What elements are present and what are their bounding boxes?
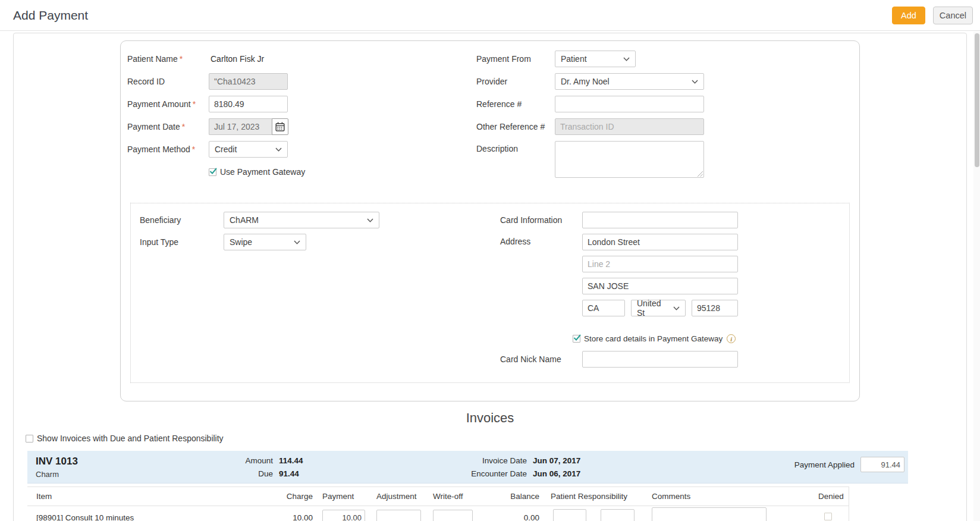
calendar-button[interactable]: [272, 118, 288, 135]
payment-date-row: Payment Date*: [127, 118, 476, 135]
card-details-section: Beneficiary ChARM Input Type Swipe C: [130, 203, 850, 383]
card-information-label: Card Information: [500, 215, 582, 225]
item-comments-input[interactable]: [652, 507, 767, 521]
address-city-input[interactable]: [582, 278, 738, 294]
other-reference-row: Other Reference #: [476, 118, 859, 135]
payment-amount-row: Payment Amount*: [127, 96, 476, 112]
calendar-icon: [275, 122, 285, 131]
required-asterisk: *: [192, 145, 195, 154]
item-balance: 0.00: [473, 513, 539, 521]
chevron-down-icon: [294, 240, 300, 244]
card-nick-name-input[interactable]: [582, 351, 738, 368]
check-icon: [573, 334, 581, 341]
item-writeoff-input[interactable]: [433, 510, 473, 521]
store-card-label: Store card details in Payment Gateway: [584, 334, 723, 343]
use-payment-gateway-label: Use Payment Gateway: [220, 167, 305, 177]
encounter-date-value: Jun 06, 2017: [533, 469, 580, 478]
description-label: Description: [476, 141, 555, 153]
col-writeoff: Write-off: [433, 492, 473, 501]
payment-date-group: [209, 118, 288, 135]
payment-applied-input[interactable]: [860, 457, 904, 472]
address-country-select[interactable]: United St: [631, 300, 686, 316]
beneficiary-select[interactable]: ChARM: [224, 212, 379, 228]
address-state-input[interactable]: [582, 300, 625, 316]
encounter-date-label: Encounter Date: [467, 469, 527, 478]
col-patient-responsibility: Patient Responsibility: [539, 492, 635, 501]
use-gateway-row: Use Payment Gateway: [127, 164, 476, 180]
input-type-row: Input Type Swipe: [140, 234, 500, 250]
invoice-block: INV 1013 Charm Amount114.44 Due91.44 Inv…: [27, 451, 908, 521]
item-payment-input[interactable]: [322, 510, 365, 521]
address-zip-input[interactable]: [692, 300, 738, 316]
beneficiary-row: Beneficiary ChARM: [140, 212, 500, 228]
payment-form-card: Patient Name* Carlton Fisk Jr Record ID …: [120, 40, 860, 401]
item-charge: 10.00: [277, 513, 313, 521]
payment-from-row: Payment From Patient: [476, 51, 859, 67]
patient-name-row: Patient Name* Carlton Fisk Jr: [127, 51, 476, 67]
payment-from-select[interactable]: Patient: [555, 51, 636, 67]
form-left-column: Patient Name* Carlton Fisk Jr Record ID …: [127, 51, 476, 186]
payment-applied-label: Payment Applied: [794, 460, 855, 469]
other-reference-input: [555, 118, 704, 135]
cancel-button[interactable]: Cancel: [933, 7, 973, 24]
input-type-select[interactable]: Swipe: [224, 234, 306, 250]
payment-date-input[interactable]: [209, 118, 272, 135]
scrollbar-thumb[interactable]: [975, 33, 979, 167]
check-icon: [209, 168, 217, 175]
amount-label: Amount: [233, 456, 273, 465]
store-card-checkbox[interactable]: [573, 335, 580, 343]
payment-method-row: Payment Method* Credit: [127, 141, 476, 158]
provider-label: Provider: [476, 77, 555, 86]
item-patient-responsibility-input-1[interactable]: [553, 509, 586, 521]
address-line2-input[interactable]: [582, 256, 738, 272]
reference-input[interactable]: [555, 96, 704, 112]
card-nick-name-label: Card Nick Name: [500, 354, 582, 364]
reference-row: Reference #: [476, 96, 859, 112]
due-label: Due: [233, 469, 273, 478]
item-denied-checkbox[interactable]: [824, 513, 832, 520]
invoice-items-table: Item Charge Payment Adjustment Write-off…: [27, 487, 849, 521]
address-row: Address United St: [500, 234, 849, 329]
use-payment-gateway-checkbox[interactable]: [209, 168, 216, 176]
card-section-right: Card Information Address United St: [500, 212, 849, 373]
description-textarea[interactable]: [555, 141, 704, 178]
invoice-table-header: Item Charge Payment Adjustment Write-off…: [27, 487, 849, 506]
form-right-column: Payment From Patient Provider Dr. Amy No…: [476, 51, 859, 186]
payment-method-select[interactable]: Credit: [209, 141, 288, 158]
required-asterisk: *: [180, 54, 183, 64]
item-patient-responsibility-input-2[interactable]: [601, 509, 635, 521]
provider-select[interactable]: Dr. Amy Noel: [555, 73, 704, 90]
col-balance: Balance: [473, 492, 539, 501]
required-asterisk: *: [182, 122, 185, 131]
address-line1-input[interactable]: [582, 234, 738, 250]
chevron-down-icon: [623, 57, 630, 61]
other-reference-label: Other Reference #: [476, 122, 555, 131]
col-comments: Comments: [635, 492, 767, 501]
card-information-row: Card Information: [500, 212, 849, 228]
show-invoices-filter-checkbox[interactable]: [26, 435, 33, 442]
col-charge: Charge: [277, 492, 313, 501]
payment-amount-input[interactable]: [209, 96, 288, 112]
reference-label: Reference #: [476, 99, 555, 109]
payment-date-label: Payment Date*: [127, 122, 209, 131]
invoice-filter-row: Show Invoices with Due and Patient Respo…: [26, 434, 966, 443]
card-nick-name-row: Card Nick Name: [500, 351, 849, 368]
input-type-label: Input Type: [140, 237, 224, 247]
top-bar: Add Payment Add Cancel: [0, 0, 980, 31]
payment-method-label: Payment Method*: [127, 145, 209, 154]
invoice-number: INV 1013: [36, 456, 78, 467]
info-icon[interactable]: i: [727, 334, 736, 343]
invoice-header: INV 1013 Charm Amount114.44 Due91.44 Inv…: [27, 451, 908, 484]
chevron-down-icon: [673, 306, 680, 310]
card-section-left: Beneficiary ChARM Input Type Swipe: [140, 212, 500, 373]
address-label: Address: [500, 234, 582, 246]
invoice-item-row: [98901] Consult 10 minutes 10.00 0.00: [27, 506, 849, 521]
item-adjustment-input[interactable]: [376, 510, 421, 521]
amount-value: 114.44: [279, 456, 303, 465]
record-id-label: Record ID: [127, 77, 209, 86]
record-id-input: [209, 73, 288, 90]
add-button[interactable]: Add: [892, 7, 925, 24]
required-asterisk: *: [193, 99, 196, 109]
card-information-input[interactable]: [582, 212, 738, 228]
store-card-row: Store card details in Payment Gateway i: [573, 334, 849, 343]
